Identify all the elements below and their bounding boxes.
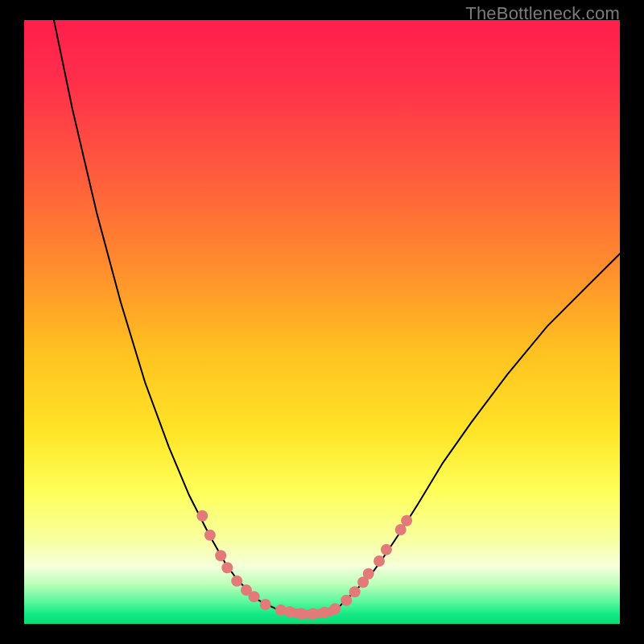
marker-dot: [215, 550, 226, 561]
chart-frame: TheBottleneck.com: [0, 0, 644, 644]
marker-dot: [363, 568, 374, 580]
marker-dot: [231, 576, 242, 587]
marker-dot: [196, 510, 208, 522]
marker-dot: [221, 562, 233, 573]
right-curve: [330, 254, 620, 612]
marker-dot: [401, 515, 412, 526]
marker-dot: [319, 607, 330, 618]
marker-dot: [295, 608, 307, 619]
left-curve: [54, 20, 290, 612]
marker-dots: [196, 510, 412, 620]
marker-dot: [374, 555, 385, 567]
marker-dot: [341, 595, 352, 606]
marker-dot: [260, 599, 271, 610]
curves-layer: [24, 20, 620, 624]
marker-dot: [249, 591, 260, 602]
marker-dot: [381, 544, 392, 555]
marker-dot: [329, 603, 341, 614]
plot-area: [24, 20, 620, 624]
marker-dot: [308, 608, 319, 619]
marker-dot: [349, 586, 361, 597]
marker-dot: [204, 530, 216, 541]
marker-dot: [284, 606, 295, 617]
